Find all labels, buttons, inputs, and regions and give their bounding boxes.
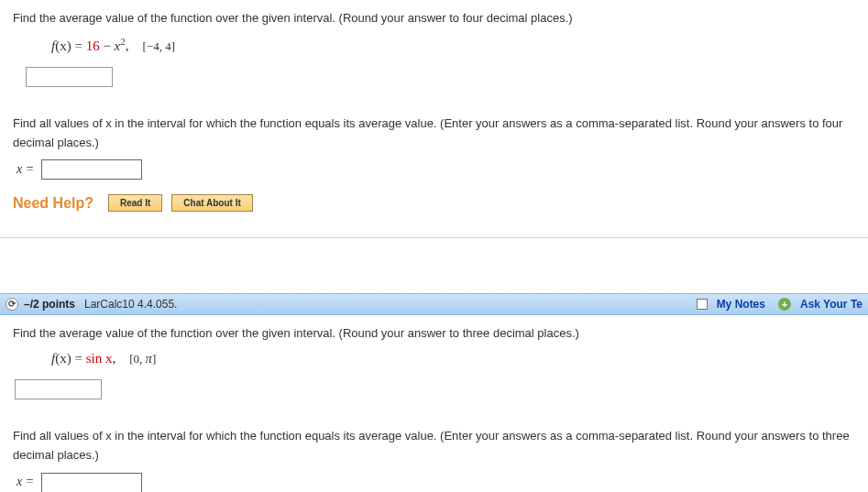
sin-x: sin x [86,351,113,366]
q1-x-equals-row: x = [15,159,855,180]
source-label: LarCalc10 4.4.055. [84,298,177,311]
q2-x-values-input[interactable] [41,473,142,492]
minus: − [100,38,115,53]
equals: = [71,351,86,366]
const-16: 16 [86,38,100,53]
my-notes-link[interactable]: My Notes [717,298,765,311]
x-equals-label: x = [16,162,34,176]
notes-checkbox[interactable] [697,299,708,310]
expand-icon[interactable]: ⟳ [5,298,18,311]
ask-your-teacher-link[interactable]: Ask Your Te [800,298,863,311]
interval-open: [0, [129,352,145,366]
need-help-label: Need Help? [13,195,93,212]
q1-avg-value-input[interactable] [26,67,113,87]
paren-x: (x) [55,38,71,53]
divider [0,237,868,238]
comma: , [112,351,129,366]
q2-prompt-1: Find the average value of the function o… [13,324,855,344]
q1-formula: f(x) = 16 − x2, [−4, 4] [51,36,855,54]
q2-formula: f(x) = sin x, [0, π] [51,351,855,366]
interval: [−4, 4] [143,39,176,53]
question-2-header: ⟳ –/2 points LarCalc10 4.4.055. My Notes… [0,293,868,315]
q2-avg-value-input[interactable] [15,379,102,399]
plus-icon[interactable]: + [778,298,791,311]
question-1: Find the average value of the function o… [0,0,868,230]
equals: = [71,38,86,53]
chat-about-it-button[interactable]: Chat About It [171,194,252,212]
paren-x: (x) [55,351,71,366]
read-it-button[interactable]: Read It [108,194,162,212]
points-label: –/2 points [24,298,75,311]
q2-x-equals-row: x = [15,473,855,492]
interval-close: ] [152,352,156,366]
x-equals-label: x = [16,475,34,488]
q1-prompt-2: Find all values of x in the interval for… [13,115,855,153]
q1-x-values-input[interactable] [41,159,142,180]
question-2: Find the average value of the function o… [0,315,868,492]
pi-symbol: π [146,351,153,366]
comma: , [126,38,143,53]
q2-prompt-2: Find all values of x in the interval for… [13,427,855,465]
help-row: Need Help? Read It Chat About It [13,194,855,212]
q1-prompt-1: Find the average value of the function o… [13,9,855,28]
